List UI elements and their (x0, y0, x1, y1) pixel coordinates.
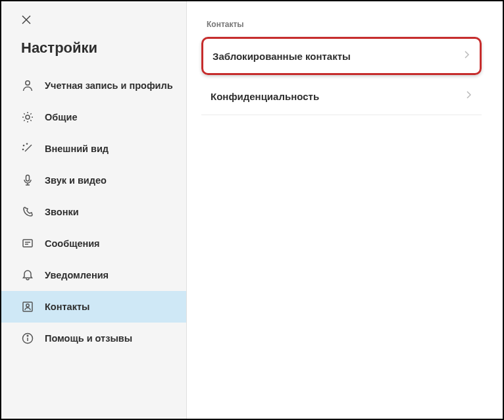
svg-point-13 (26, 304, 29, 307)
sidebar-item-notifications[interactable]: Уведомления (1, 259, 186, 291)
svg-point-2 (26, 81, 30, 85)
sidebar-item-help[interactable]: Помощь и отзывы (1, 323, 186, 354)
close-icon (21, 14, 32, 25)
sidebar-item-label: Помощь и отзывы (45, 332, 132, 345)
info-icon (21, 332, 34, 345)
sidebar-item-label: Звонки (45, 206, 79, 219)
bell-icon (21, 269, 34, 282)
mic-icon (21, 174, 34, 187)
sidebar-item-label: Уведомления (45, 269, 109, 282)
content-row-label: Заблокированные контакты (213, 51, 351, 62)
section-header: Контакты (207, 20, 482, 29)
sidebar-item-appearance[interactable]: Внешний вид (1, 133, 186, 165)
content-row-blocked-contacts[interactable]: Заблокированные контакты (201, 37, 482, 75)
sidebar-item-label: Общие (45, 111, 77, 124)
sidebar-title: Настройки (21, 39, 186, 57)
sidebar-item-label: Сообщения (45, 238, 100, 250)
wand-icon (21, 142, 34, 155)
sidebar-item-messages[interactable]: Сообщения (1, 228, 186, 259)
sidebar-item-account[interactable]: Учетная запись и профиль (1, 70, 186, 101)
content-row-label: Конфиденциальность (211, 91, 319, 102)
svg-line-4 (25, 145, 32, 151)
sidebar-item-general[interactable]: Общие (1, 101, 186, 133)
user-icon (21, 79, 34, 92)
svg-point-6 (26, 144, 27, 144)
gear-icon (21, 111, 34, 124)
sidebar-item-label: Контакты (45, 301, 89, 313)
phone-icon (21, 205, 34, 219)
close-button[interactable] (21, 14, 186, 28)
chevron-right-icon (464, 49, 470, 63)
sidebar-item-audio-video[interactable]: Звук и видео (1, 165, 186, 196)
chevron-right-icon (466, 90, 472, 103)
sidebar-item-calls[interactable]: Звонки (1, 196, 186, 228)
sidebar-item-contacts[interactable]: Контакты (1, 291, 186, 323)
content-row-privacy[interactable]: Конфиденциальность (201, 78, 482, 115)
svg-point-16 (27, 335, 28, 336)
sidebar-item-label: Звук и видео (45, 174, 107, 187)
svg-rect-9 (23, 240, 32, 247)
sidebar-item-label: Внешний вид (45, 143, 109, 155)
svg-point-3 (26, 115, 30, 119)
sidebar: Настройки Учетная запись и профиль Общие (1, 1, 187, 419)
contact-icon (21, 300, 34, 313)
message-icon (21, 237, 34, 250)
content-panel: Контакты Заблокированные контакты Конфид… (187, 1, 503, 419)
svg-rect-8 (26, 175, 30, 181)
svg-point-5 (23, 145, 24, 145)
svg-point-7 (22, 149, 23, 149)
sidebar-item-label: Учетная запись и профиль (45, 80, 173, 92)
